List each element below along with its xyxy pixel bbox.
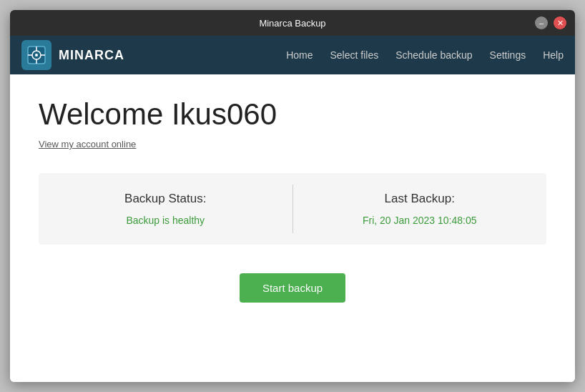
main-content: Welcome Ikus060 View my account online B…: [10, 74, 575, 382]
svg-point-2: [35, 54, 38, 57]
backup-btn-container: Start backup: [39, 273, 546, 303]
close-button[interactable]: ✕: [554, 16, 566, 29]
nav-settings[interactable]: Settings: [490, 49, 526, 61]
nav-schedule-backup[interactable]: Schedule backup: [395, 49, 472, 61]
window-controls: – ✕: [535, 16, 566, 29]
titlebar: Minarca Backup – ✕: [10, 10, 575, 36]
nav-select-files[interactable]: Select files: [330, 49, 378, 61]
last-backup-label: Last Backup:: [385, 192, 455, 206]
start-backup-button[interactable]: Start backup: [240, 273, 345, 303]
logo-icon: [21, 40, 51, 70]
backup-status-label: Backup Status:: [124, 192, 206, 206]
backup-status-section: Backup Status: Backup is healthy: [39, 173, 292, 245]
last-backup-value: Fri, 20 Jan 2023 10:48:05: [363, 215, 477, 226]
minimize-button[interactable]: –: [535, 16, 548, 29]
status-panel: Backup Status: Backup is healthy Last Ba…: [39, 173, 546, 245]
window-title: Minarca Backup: [259, 18, 325, 29]
account-link[interactable]: View my account online: [39, 139, 136, 150]
navbar: MINARCA Home Select files Schedule backu…: [10, 36, 575, 74]
nav-home[interactable]: Home: [286, 49, 313, 61]
last-backup-section: Last Backup: Fri, 20 Jan 2023 10:48:05: [293, 173, 547, 245]
logo-text: MINARCA: [59, 48, 124, 63]
nav-links: Home Select files Schedule backup Settin…: [286, 49, 564, 61]
nav-help[interactable]: Help: [543, 49, 564, 61]
backup-status-value: Backup is healthy: [126, 215, 205, 226]
welcome-title: Welcome Ikus060: [39, 97, 546, 132]
main-window: Minarca Backup – ✕ MINARCA Home: [10, 10, 575, 382]
logo-container: MINARCA: [21, 40, 124, 70]
